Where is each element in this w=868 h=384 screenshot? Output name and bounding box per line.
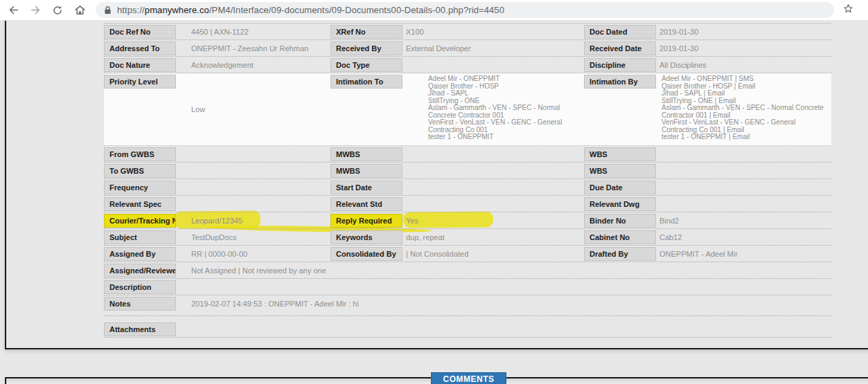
url-scheme: https:// (117, 5, 145, 15)
comments-button[interactable]: COMMENTS (431, 372, 506, 384)
field-value (402, 146, 584, 162)
field-value: Bind2 (656, 212, 831, 228)
field-value-text: 2019-02-07 14:49:53 : ONEPPMIT - Adeel M… (191, 300, 359, 308)
field-label: To GWBS (104, 164, 176, 178)
field-label: WBS (584, 147, 656, 161)
field-label: Relevant Std (330, 197, 402, 211)
field-label: Notes (104, 297, 176, 311)
lock-icon (104, 6, 112, 15)
field-label: Cabinet No (584, 230, 656, 244)
field-value: Cab12 (656, 229, 831, 245)
field-value-text: X100 (406, 28, 424, 36)
field-value-text: Acknowledgement (191, 61, 254, 69)
field-value-text: RR | 0000-00-00 (191, 250, 247, 258)
intimation-line: Jihad - SAPL | Email (662, 90, 830, 98)
field-value: 2019-02-07 14:49:53 : ONEPPMIT - Adeel M… (176, 295, 831, 316)
field-row: Assigned/ReviewedNot Assigned | Not revi… (104, 262, 831, 279)
field-value: 2019-01-30 (656, 40, 831, 56)
browser-toolbar: https://pmanywhere.co/PM4/Interface/09-d… (0, 0, 868, 21)
field-value-text: Not Assigned | Not reviewed by any one (191, 266, 326, 275)
field-label: WBS (584, 164, 656, 178)
field-label: Attachments (104, 322, 176, 336)
field-label: MWBS (330, 147, 402, 161)
home-icon (74, 4, 86, 16)
field-label: From GWBS (104, 147, 176, 161)
field-label: Intimation To (330, 75, 402, 89)
field-row: Notes2019-02-07 14:49:53 : ONEPPMIT - Ad… (104, 295, 831, 316)
field-value (176, 279, 831, 295)
forward-arrow-icon (30, 4, 42, 16)
reload-icon (52, 5, 63, 16)
field-value-text: All Disciplines (659, 61, 707, 69)
field-value: Adeel Mir - ONEPPMITQaiser Brother - HOS… (402, 73, 584, 145)
field-value: 2019-01-30 (656, 24, 831, 39)
field-row: From GWBSMWBSWBS (104, 146, 831, 163)
field-value (656, 196, 831, 212)
field-value: RR | 0000-00-00 (176, 246, 330, 262)
reload-button[interactable] (48, 1, 67, 19)
intimation-line: tester 1 - ONEPPMIT | Email (662, 134, 830, 141)
field-label: Doc Nature (104, 58, 176, 72)
field-row: To GWBSMWBSWBS (104, 163, 831, 179)
field-label: Received By (330, 42, 402, 55)
field-value: Acknowledgement (176, 57, 330, 73)
field-label: Reply Required (330, 214, 402, 228)
document-details-page: Doc Ref No4450 | AXN-1122XRef NoX100Doc … (0, 21, 868, 384)
field-row: Description (104, 279, 831, 295)
field-value (176, 146, 330, 162)
field-row: SubjectTestDupDocsKeywordsdup, repeatCab… (104, 229, 831, 246)
intimation-line: Adeel Mir - ONEPPMIT | SMS (662, 75, 830, 83)
field-value (176, 321, 831, 337)
field-value-text: 4450 | AXN-1122 (191, 28, 249, 36)
forward-button[interactable] (26, 1, 44, 19)
field-value: ONEPPMIT - Zeesahn Ur Rehman (176, 40, 330, 56)
field-value-text: 2019-01-30 (659, 44, 698, 53)
field-value: Adeel Mir - ONEPPMIT | SMSQaiser Brother… (656, 73, 831, 145)
field-value: ONEPPMIT - Adeel Mir (656, 246, 831, 262)
field-value (402, 163, 584, 179)
field-label: Frequency (104, 181, 176, 194)
field-value (176, 196, 330, 212)
field-value-text: Leopard/12345 (191, 217, 242, 225)
field-value: dup, repeat (402, 229, 584, 245)
field-value (656, 179, 831, 195)
field-value (402, 196, 584, 212)
field-row: Courier/Tracking NoLeopard/12345Reply Re… (104, 212, 831, 229)
field-value-text: Cab12 (659, 233, 682, 241)
field-row: Assigned ByRR | 0000-00-00Consolidated B… (104, 246, 831, 262)
field-label: Relevant Dwg (584, 197, 656, 211)
address-bar[interactable]: https://pmanywhere.co/PM4/Interface/09-d… (96, 2, 834, 18)
field-label: Drafted By (584, 247, 656, 261)
field-value: Yes (402, 212, 584, 228)
field-row: Attachments (104, 321, 831, 338)
url-path: /PM4/Interface/09-documents/09-Documents… (209, 5, 504, 15)
field-label: Intimation By (584, 75, 656, 89)
field-value-text: External Developer (406, 44, 471, 53)
field-value: Not Assigned | Not reviewed by any one (176, 262, 831, 278)
field-value: | Not Consolidated (402, 246, 584, 262)
bookmark-star-icon (842, 3, 854, 17)
field-value-text: Low (191, 105, 205, 113)
field-value (402, 57, 584, 73)
field-value-text: Bind2 (659, 217, 679, 225)
field-value-text: 2019-01-30 (659, 28, 698, 36)
intimation-line: Jihad - SAPL (428, 90, 583, 98)
field-label: Assigned/Reviewed (104, 264, 176, 277)
field-label: Addressed To (104, 42, 176, 55)
field-value: Leopard/12345 (176, 212, 330, 228)
field-value: All Disciplines (656, 57, 831, 73)
field-label: Received Date (584, 42, 656, 55)
home-button[interactable] (71, 1, 89, 19)
intimation-line: tester 1 - ONEPPMIT (428, 134, 583, 141)
field-label: XRef No (330, 25, 402, 39)
field-value-text: dup, repeat (406, 233, 445, 241)
field-value-text: TestDupDocs (191, 233, 236, 241)
field-value (176, 179, 330, 195)
intimation-line: VenFirst - VenLast - VEN - GENC - Genera… (428, 119, 583, 134)
field-value (656, 163, 831, 179)
field-value: TestDupDocs (176, 229, 330, 245)
field-label: Description (104, 280, 176, 294)
bookmark-button[interactable] (842, 3, 854, 17)
back-button[interactable] (4, 1, 22, 19)
field-label: Relevant Spec (104, 197, 176, 211)
